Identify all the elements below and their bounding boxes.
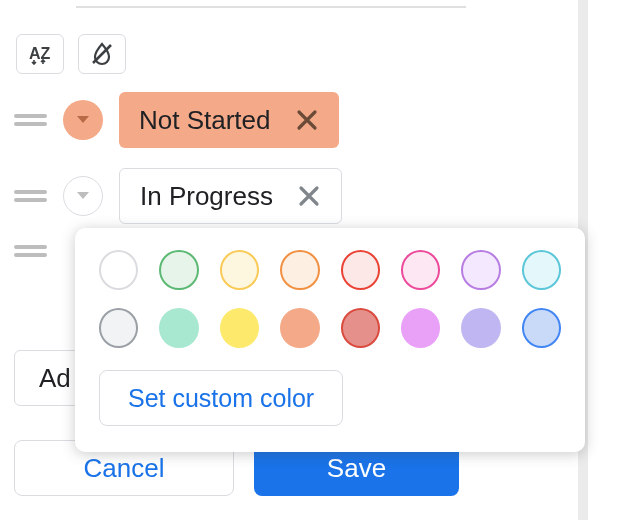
color-swatch[interactable]	[522, 250, 561, 290]
color-toggle[interactable]	[63, 100, 103, 140]
color-swatch[interactable]	[99, 250, 138, 290]
color-swatch[interactable]	[280, 308, 319, 348]
color-swatch[interactable]	[522, 308, 561, 348]
color-swatch[interactable]	[220, 250, 259, 290]
close-icon	[298, 185, 320, 207]
color-swatch[interactable]	[159, 250, 198, 290]
chevron-down-icon	[76, 115, 90, 125]
option-label: In Progress	[140, 181, 273, 212]
option-chip[interactable]: Not Started	[119, 92, 339, 148]
color-swatch[interactable]	[341, 308, 380, 348]
color-swatch[interactable]	[341, 250, 380, 290]
drag-handle-icon[interactable]	[14, 244, 47, 258]
color-toggle[interactable]	[63, 176, 103, 216]
sort-az-button[interactable]: AZ	[16, 34, 64, 74]
color-swatch[interactable]	[401, 308, 440, 348]
svg-text:AZ: AZ	[29, 45, 51, 62]
set-custom-color-button[interactable]: Set custom color	[99, 370, 343, 426]
no-color-button[interactable]	[78, 34, 126, 74]
color-swatch[interactable]	[461, 250, 500, 290]
remove-option-button[interactable]	[293, 106, 321, 134]
option-row: Not Started	[14, 92, 470, 148]
color-swatch[interactable]	[99, 308, 138, 348]
color-swatch[interactable]	[461, 308, 500, 348]
option-label: Not Started	[139, 105, 271, 136]
color-swatch[interactable]	[401, 250, 440, 290]
option-row: In Progress	[14, 168, 470, 224]
drag-handle-icon[interactable]	[14, 189, 47, 203]
close-icon	[296, 109, 318, 131]
add-option-label: Ad	[39, 363, 71, 394]
color-picker-popover: Set custom color	[75, 228, 585, 452]
chevron-down-icon	[76, 191, 90, 201]
no-color-icon	[88, 40, 116, 68]
option-chip[interactable]: In Progress	[119, 168, 342, 224]
drag-handle-icon[interactable]	[14, 113, 47, 127]
divider	[76, 6, 466, 8]
color-swatch[interactable]	[280, 250, 319, 290]
sort-az-icon: AZ	[27, 43, 53, 65]
color-swatch[interactable]	[220, 308, 259, 348]
color-swatch[interactable]	[159, 308, 198, 348]
set-custom-color-label: Set custom color	[128, 384, 314, 413]
remove-option-button[interactable]	[295, 182, 323, 210]
